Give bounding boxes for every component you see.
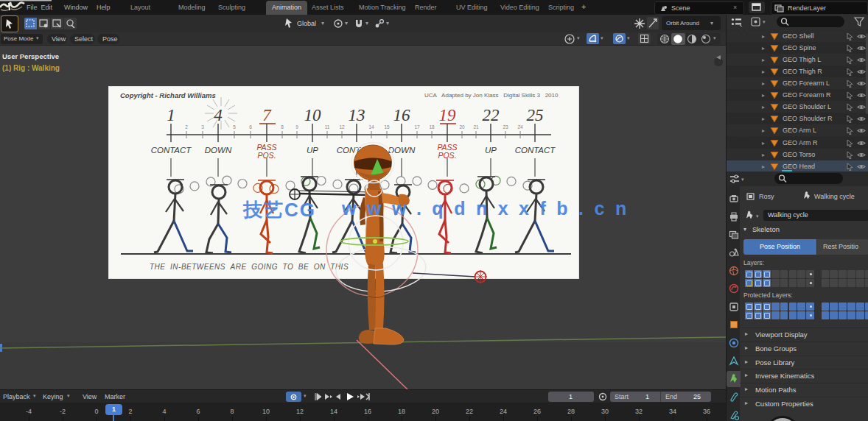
svg-text:UCA Adapted by Jon Klass D: UCA Adapted by Jon Klass Digital Skills … (424, 92, 559, 99)
svg-text:16: 16 (393, 106, 411, 124)
svg-text:CONTACT: CONTACT (515, 146, 556, 155)
svg-text:19: 19 (439, 106, 457, 124)
svg-text:11: 11 (325, 124, 330, 130)
svg-text:10: 10 (304, 106, 322, 124)
svg-text:13: 13 (349, 106, 365, 124)
svg-text:20: 20 (459, 124, 465, 130)
svg-text:CONTACT: CONTACT (151, 146, 192, 155)
svg-text:9: 9 (295, 124, 298, 130)
svg-text:17: 17 (414, 124, 420, 130)
svg-text:14: 14 (368, 124, 374, 130)
svg-text:22: 22 (483, 106, 500, 124)
svg-text:18: 18 (429, 124, 435, 130)
svg-text:24: 24 (517, 124, 523, 130)
svg-text:15: 15 (384, 124, 390, 130)
svg-text:7: 7 (262, 106, 272, 124)
svg-text:12: 12 (339, 124, 345, 130)
svg-text:Copyright - Richard Williams: Copyright - Richard Williams (120, 91, 216, 99)
svg-text:1: 1 (167, 106, 175, 124)
svg-text:23: 23 (503, 124, 508, 130)
svg-text:4: 4 (214, 106, 223, 124)
svg-text:3: 3 (201, 124, 204, 130)
svg-text:21: 21 (473, 124, 479, 130)
svg-text:25: 25 (527, 106, 544, 124)
svg-text:8: 8 (281, 124, 284, 130)
svg-text:2: 2 (185, 124, 188, 130)
svg-text:5: 5 (233, 124, 236, 130)
svg-text:DOWN: DOWN (205, 146, 232, 155)
svg-text:6: 6 (249, 124, 252, 130)
